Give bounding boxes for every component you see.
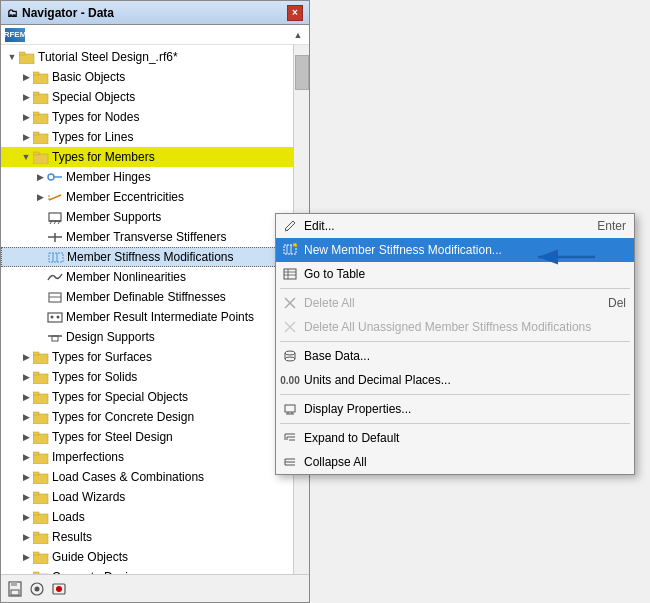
view-icon[interactable] [29,581,45,597]
expand-types-steel[interactable]: ▶ [19,430,33,444]
tree-item-load-cases[interactable]: ▶ Load Cases & Combinations [1,467,293,487]
tree-item-types-lines[interactable]: ▶ Types for Lines [1,127,293,147]
tree-area[interactable]: ▼ Tutorial Steel Design_.rf6* ▶ Basic Ob… [1,45,309,574]
svg-rect-16 [49,213,61,221]
close-button[interactable]: × [287,5,303,21]
tree-item-loads[interactable]: ▶ Loads [1,507,293,527]
tree-item-concrete-design[interactable]: ▶ Concrete Design [1,567,293,574]
scroll-up-icon[interactable]: ▲ [291,28,305,42]
menu-item-base-data[interactable]: Base Data... [276,344,634,368]
label-special-objects: Special Objects [52,90,135,104]
tree-item-member-eccentricities[interactable]: ▶ Member Eccentricities [1,187,293,207]
svg-rect-11 [33,152,39,155]
menu-item-collapse-all[interactable]: Collapse All [276,450,634,474]
svg-point-12 [48,174,54,180]
tree-item-imperfections[interactable]: ▶ Imperfections [1,447,293,467]
tree-item-member-supports[interactable]: Member Supports [1,207,293,227]
arrow-indicator [530,247,600,270]
expand-design-supports[interactable] [33,330,47,344]
tree-item-load-wizards[interactable]: ▶ Load Wizards [1,487,293,507]
scroll-thumb[interactable] [295,55,309,90]
tree-item-types-special[interactable]: ▶ Types for Special Objects [1,387,293,407]
expand-concrete-design[interactable]: ▶ [19,570,33,574]
record-icon[interactable] [51,581,67,597]
svg-rect-86 [285,405,295,412]
separator-3 [280,394,630,395]
svg-rect-41 [33,434,48,444]
expand-special-objects[interactable]: ▶ [19,90,33,104]
tree-item-types-surfaces[interactable]: ▶ Types for Surfaces [1,347,293,367]
tree-item-guide-objects[interactable]: ▶ Guide Objects [1,547,293,567]
tree-item-types-concrete[interactable]: ▶ Types for Concrete Design [1,407,293,427]
display-label: Display Properties... [304,402,626,416]
expand-types-members[interactable]: ▼ [19,150,33,164]
tree-item-member-hinges[interactable]: ▶ Member Hinges [1,167,293,187]
folder-loads [33,510,49,524]
expand-types-nodes[interactable]: ▶ [19,110,33,124]
tree-item-special-objects[interactable]: ▶ Special Objects [1,87,293,107]
tree-root[interactable]: ▼ Tutorial Steel Design_.rf6* [1,47,293,67]
tree-item-results[interactable]: ▶ Results [1,527,293,547]
tree-item-basic-objects[interactable]: ▶ Basic Objects [1,67,293,87]
tree-item-member-stiffness[interactable]: Member Stiffness Modifications [1,247,293,267]
expand-member-transverse[interactable] [33,230,47,244]
expand-types-special[interactable]: ▶ [19,390,33,404]
delete-unassigned-label: Delete All Unassigned Member Stiffness M… [304,320,626,334]
tree-item-types-nodes[interactable]: ▶ Types for Nodes [1,107,293,127]
tree-item-design-supports[interactable]: Design Supports [1,327,293,347]
base-data-icon [282,348,298,364]
svg-point-30 [57,315,60,318]
root-expand-icon[interactable]: ▼ [5,50,19,64]
expand-load-wizards[interactable]: ▶ [19,490,33,504]
tree-item-types-solids[interactable]: ▶ Types for Solids [1,367,293,387]
expand-guide-objects[interactable]: ▶ [19,550,33,564]
svg-rect-62 [11,582,17,586]
expand-results[interactable]: ▶ [19,530,33,544]
svg-rect-40 [33,412,39,415]
expand-types-concrete[interactable]: ▶ [19,410,33,424]
label-member-hinges: Member Hinges [66,170,151,184]
icon-member-hinges [47,170,63,184]
svg-point-29 [51,315,54,318]
folder-types-special [33,390,49,404]
expand-types-lines[interactable]: ▶ [19,130,33,144]
label-member-eccentricities: Member Eccentricities [66,190,184,204]
tree-item-types-steel[interactable]: ▶ Types for Steel Design [1,427,293,447]
folder-types-nodes [33,110,49,124]
icon-member-definable [47,290,63,304]
expand-loads[interactable]: ▶ [19,510,33,524]
expand-member-hinges[interactable]: ▶ [33,170,47,184]
tree-item-types-members[interactable]: ▼ Types for Members [1,147,293,167]
menu-item-units[interactable]: 0.00 Units and Decimal Places... [276,368,634,392]
expand-member-ecc[interactable]: ▶ [33,190,47,204]
tree-item-member-result[interactable]: Member Result Intermediate Points [1,307,293,327]
save-icon[interactable] [7,581,23,597]
expand-basic-objects[interactable]: ▶ [19,70,33,84]
svg-rect-8 [33,134,48,144]
tree-item-member-nonlinear[interactable]: Member Nonlinearities [1,267,293,287]
menu-item-delete-unassigned[interactable]: Delete All Unassigned Member Stiffness M… [276,315,634,339]
svg-rect-37 [33,394,48,404]
svg-rect-49 [33,514,48,524]
expand-imperfections[interactable]: ▶ [19,450,33,464]
tree-item-member-transverse[interactable]: Member Transverse Stiffeners [1,227,293,247]
expand-types-surfaces[interactable]: ▶ [19,350,33,364]
label-types-members: Types for Members [52,150,155,164]
expand-member-supports[interactable] [33,210,47,224]
menu-item-delete-all[interactable]: Delete All Del [276,291,634,315]
menu-item-edit[interactable]: Edit... Enter [276,214,634,238]
expand-load-cases[interactable]: ▶ [19,470,33,484]
expand-member-nonlinear[interactable] [33,270,47,284]
expand-member-stiffness[interactable] [34,250,48,264]
rfem-icon: RFEM [5,28,25,42]
svg-rect-47 [33,494,48,504]
svg-rect-52 [33,532,39,535]
menu-item-expand-default[interactable]: Expand to Default [276,426,634,450]
expand-types-solids[interactable]: ▶ [19,370,33,384]
svg-rect-39 [33,414,48,424]
root-label: Tutorial Steel Design_.rf6* [38,50,178,64]
menu-item-display[interactable]: Display Properties... [276,397,634,421]
tree-item-member-definable[interactable]: Member Definable Stiffnesses [1,287,293,307]
expand-member-definable[interactable] [33,290,47,304]
expand-member-result[interactable] [33,310,47,324]
